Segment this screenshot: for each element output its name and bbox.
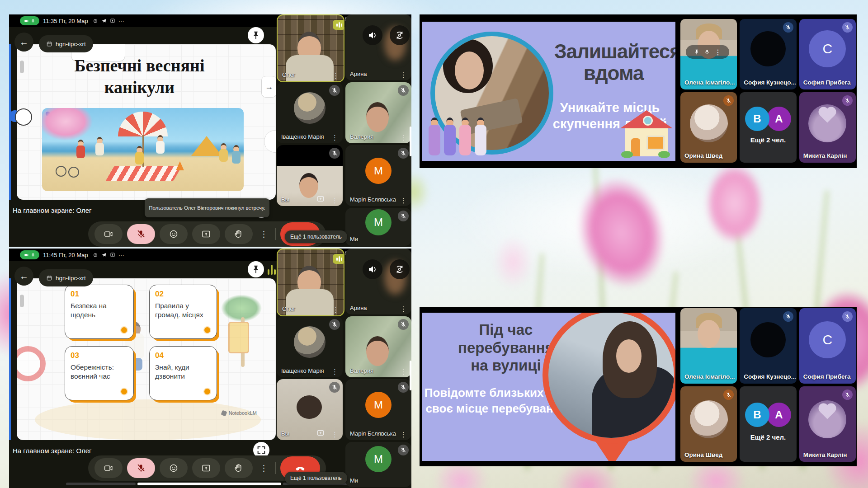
switch-camera-button[interactable] — [390, 259, 410, 279]
mic-in-use-icon — [31, 253, 35, 257]
expand-icon — [256, 445, 266, 455]
selection-handle-white[interactable] — [15, 108, 32, 126]
tile-oleg[interactable]: Олег ⋮ — [277, 249, 344, 316]
nav-bar-segment[interactable] — [66, 483, 136, 485]
hand-raise-button[interactable] — [225, 224, 253, 244]
next-slide-arrow[interactable]: → — [261, 76, 276, 98]
mic-muted-button[interactable] — [127, 458, 155, 478]
more-users-pill[interactable]: Ещё 1 пользователь — [285, 472, 347, 484]
card-dot — [120, 388, 128, 395]
back-button[interactable]: ← — [14, 33, 33, 52]
mic-off-badge-icon — [723, 389, 734, 400]
tile-menu-button[interactable]: ⋮ — [329, 133, 341, 142]
strip-scrollbar[interactable] — [410, 361, 411, 390]
tile-arina[interactable]: Арина ⋮ — [345, 249, 411, 314]
tile-label: София Прибега — [803, 373, 851, 380]
more-users-pill[interactable]: Ещё 1 пользователь — [285, 230, 347, 243]
tile-menu-button[interactable]: ⋮ — [330, 305, 342, 314]
tile-mykyta[interactable]: Микита Карлін — [799, 386, 856, 462]
scroll-grip[interactable] — [20, 61, 24, 73]
pip-button[interactable] — [314, 428, 327, 437]
tile-menu-button[interactable]: ⋮ — [397, 196, 410, 205]
alarm-icon — [93, 252, 98, 258]
present-button[interactable] — [192, 224, 220, 244]
tile-label: Орина Швед — [684, 451, 722, 458]
pin-icon[interactable] — [693, 49, 700, 55]
meeting-code-pill[interactable]: hgn-iipc-xrt — [39, 269, 93, 286]
tile-hidden-user[interactable]: М Ми — [345, 442, 411, 487]
tile-you[interactable]: Вы ⋮ — [277, 379, 343, 440]
tile-menu-icon[interactable]: ⋮ — [714, 48, 722, 56]
tile-sofia-p[interactable]: C София Прибега — [799, 19, 856, 89]
tile-label: Валерия — [350, 367, 373, 374]
camera-button[interactable] — [94, 458, 123, 478]
presenter-video-pin — [542, 313, 675, 444]
pin-button[interactable] — [248, 27, 264, 43]
nav-bar-segment[interactable] — [137, 483, 281, 485]
tile-menu-button[interactable]: ⋮ — [397, 367, 410, 376]
tile-arina[interactable]: Арина ⋮ — [345, 14, 411, 80]
avatar-initial: C — [809, 30, 846, 67]
tile-olena[interactable]: Олена Ісмагіло... — [680, 308, 737, 384]
tile-label: Орина Швед — [684, 152, 722, 159]
tile-ivashchenko[interactable]: Іващенко Марія ⋮ — [277, 316, 343, 377]
tile-more-users[interactable]: B A Ещё 2 чел. — [740, 386, 796, 462]
tile-valeria[interactable]: Валерия ⋮ — [345, 316, 411, 377]
meeting-code: hgn-iipc-xrt — [56, 41, 86, 47]
tile-menu-button[interactable]: ⋮ — [397, 305, 410, 314]
more-options-button[interactable]: ⋮ — [257, 458, 271, 478]
tile-hidden-user[interactable]: М Ми — [345, 208, 411, 246]
back-button[interactable]: ← — [14, 267, 33, 286]
house-illustration — [620, 110, 673, 157]
mic-icon[interactable] — [704, 49, 710, 55]
pin-icon — [251, 264, 261, 274]
tile-menu-button[interactable]: ⋮ — [329, 196, 341, 205]
pin-button[interactable] — [248, 261, 264, 277]
mic-off-badge-icon — [329, 85, 340, 96]
tile-label: Микита Карлін — [803, 451, 847, 458]
tile-menu-button[interactable]: ⋮ — [397, 430, 410, 439]
speaker-button[interactable] — [363, 259, 382, 279]
tile-belyavska[interactable]: М Марія Бєлявська ⋮ — [345, 379, 411, 440]
tile-sofia-p[interactable]: C София Прибега — [799, 308, 856, 384]
camera-button[interactable] — [94, 224, 123, 244]
tile-you[interactable]: Вы ⋮ — [277, 145, 343, 206]
reactions-button[interactable] — [160, 224, 188, 244]
mic-muted-button[interactable] — [127, 224, 155, 244]
tile-menu-button[interactable]: ⋮ — [329, 367, 341, 376]
mic-off-badge-icon — [842, 389, 853, 400]
speaking-indicator-icon — [333, 20, 344, 30]
tile-menu-button[interactable]: ⋮ — [397, 133, 410, 142]
tile-menu-button[interactable]: ⋮ — [330, 71, 342, 80]
meeting-code-pill[interactable]: hgn-iipc-xrt — [39, 35, 93, 52]
more-options-button[interactable]: ⋮ — [257, 224, 271, 244]
tile-sofia-k[interactable]: София Кузнецо... — [740, 308, 796, 384]
speaking-indicator-icon — [333, 254, 344, 264]
tile-hover-controls[interactable]: ⋮ — [686, 45, 729, 59]
speaker-icon — [367, 30, 378, 41]
tile-more-users[interactable]: B A Ещё 2 чел. — [740, 92, 796, 163]
reactions-button[interactable] — [160, 458, 188, 478]
pip-add-icon — [316, 429, 325, 437]
tile-sofia-k[interactable]: София Кузнецо... — [740, 19, 796, 89]
speaker-button[interactable] — [363, 25, 382, 45]
tile-oleg[interactable]: Олег ⋮ — [277, 14, 344, 82]
mic-off-badge-icon — [398, 382, 409, 393]
tile-oryna[interactable]: Орина Швед — [680, 386, 737, 462]
tile-label: Ещё 2 чел. — [740, 136, 796, 144]
tile-olena[interactable]: ⋮ Олена Ісмагіло... — [680, 19, 737, 89]
mic-off-icon — [136, 463, 146, 473]
tile-valeria[interactable]: Валерия ⋮ — [345, 82, 411, 143]
tile-oryna[interactable]: Орина Швед — [680, 92, 737, 163]
tile-menu-button[interactable]: ⋮ — [397, 70, 410, 80]
shared-slide-topics: 01 Безпека на щодень 02 Правила у громад… — [17, 278, 276, 440]
tile-belyavska[interactable]: М Марія Бєлявська ⋮ — [345, 145, 411, 206]
present-button[interactable] — [192, 458, 220, 478]
strip-scrollbar[interactable] — [410, 127, 411, 156]
tile-ivashchenko[interactable]: Іващенко Марія ⋮ — [277, 82, 343, 143]
tile-mykyta[interactable]: Микита Карлін — [799, 92, 856, 163]
switch-camera-button[interactable] — [390, 25, 410, 45]
hand-raise-button[interactable] — [225, 458, 253, 478]
tile-menu-button[interactable]: ⋮ — [329, 430, 341, 439]
pip-button[interactable] — [314, 194, 327, 203]
